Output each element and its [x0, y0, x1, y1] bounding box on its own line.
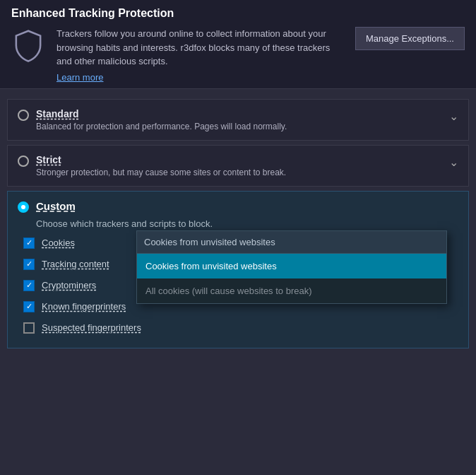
- custom-radio[interactable]: [18, 201, 29, 213]
- custom-section: Custom Choose which trackers and scripts…: [7, 191, 469, 348]
- standard-radio[interactable]: [18, 110, 29, 121]
- strict-radio[interactable]: [18, 156, 29, 167]
- dropdown-option-0[interactable]: Cookies from unvisited websites: [137, 254, 446, 278]
- tracking-content-checkbox[interactable]: ✓: [23, 259, 35, 270]
- dropdown-list: Cookies from unvisited websites All cook…: [137, 254, 446, 303]
- standard-chevron-icon: ⌄: [449, 110, 458, 123]
- options-section: Standard Balanced for protection and per…: [0, 89, 476, 358]
- cookies-checkbox[interactable]: ✓: [23, 238, 35, 249]
- cookies-dropdown: Cookies from unvisited websites Cookies …: [136, 230, 447, 304]
- strict-chevron-icon: ⌄: [449, 156, 458, 169]
- page-title: Enhanced Tracking Protection: [11, 7, 465, 20]
- header-desc-text: Trackers follow you around online to col…: [56, 27, 344, 69]
- suspected-fingerprinters-checkbox[interactable]: [23, 322, 35, 334]
- cryptominers-label: Cryptominers: [42, 280, 96, 291]
- custom-description: Choose which trackers and scripts to blo…: [36, 218, 458, 229]
- learn-more-link[interactable]: Learn more: [56, 72, 103, 83]
- standard-desc: Balanced for protection and performance.…: [36, 122, 287, 131]
- strict-desc: Stronger protection, but may cause some …: [36, 168, 286, 177]
- strict-label: Strict: [36, 154, 286, 165]
- suspected-fingerprinters-row: Suspected fingerprinters: [23, 322, 458, 334]
- known-fingerprinters-checkbox[interactable]: ✓: [23, 301, 35, 312]
- tracking-content-checkmark: ✓: [26, 260, 32, 268]
- custom-label: Custom: [36, 200, 76, 212]
- tracking-content-label: Tracking content: [42, 259, 109, 269]
- cookies-row: ✓ Cookies Cookies from unvisited website…: [23, 238, 458, 249]
- cookies-label: Cookies: [42, 238, 75, 248]
- strict-option[interactable]: Strict Stronger protection, but may caus…: [7, 145, 469, 187]
- manage-exceptions-button[interactable]: Manage Exceptions...: [355, 27, 465, 50]
- standard-option[interactable]: Standard Balanced for protection and per…: [7, 99, 469, 141]
- dropdown-option-1[interactable]: All cookies (will cause websites to brea…: [137, 278, 446, 303]
- dropdown-header: Cookies from unvisited websites: [137, 231, 446, 254]
- header-description-block: Trackers follow you around online to col…: [56, 27, 344, 83]
- suspected-fingerprinters-label: Suspected fingerprinters: [42, 322, 141, 333]
- standard-label: Standard: [36, 108, 287, 119]
- known-fingerprinters-checkmark: ✓: [26, 303, 32, 310]
- cryptominers-checkbox[interactable]: ✓: [23, 280, 35, 291]
- page-header: Enhanced Tracking Protection Trackers fo…: [0, 0, 476, 89]
- cookies-checkmark: ✓: [26, 239, 32, 247]
- custom-header: Custom: [18, 200, 458, 213]
- known-fingerprinters-label: Known fingerprinters: [42, 301, 126, 312]
- cryptominers-checkmark: ✓: [26, 281, 32, 289]
- shield-icon: [11, 30, 45, 66]
